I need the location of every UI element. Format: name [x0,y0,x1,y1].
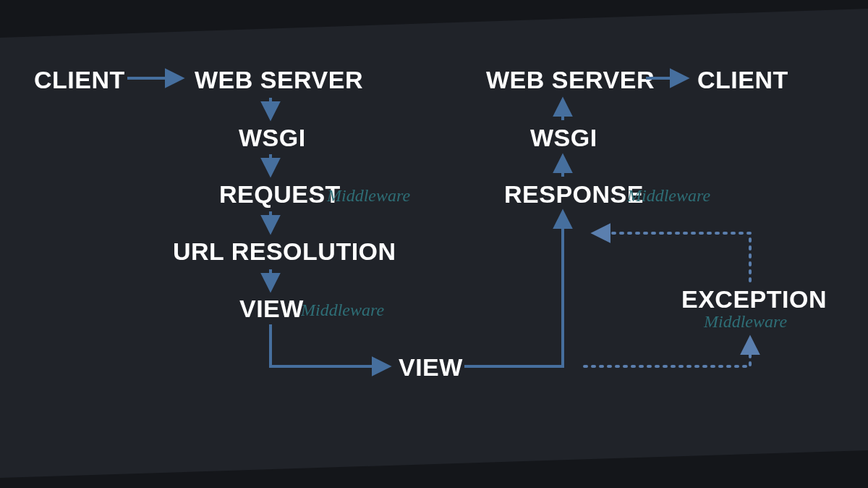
arrow-exception-to-response [595,233,750,281]
middleware-exception: Middleware [704,313,787,330]
svg-marker-0 [0,0,868,38]
middleware-request: Middleware [327,187,410,204]
node-view-mw: VIEW [239,296,304,321]
node-web-server-left: WEB SERVER [195,67,363,92]
arrow-view-to-exception [584,339,750,366]
node-request: REQUEST [219,182,341,206]
node-view-center: VIEW [399,355,463,379]
node-web-server-right: WEB SERVER [486,67,655,92]
svg-marker-1 [0,450,868,488]
middleware-response: Middleware [627,187,710,204]
node-client-right: CLIENT [697,67,788,92]
node-client-left: CLIENT [34,67,125,92]
node-url-resolution: URL RESOLUTION [173,239,396,264]
slide: CLIENT WEB SERVER WSGI REQUEST Middlewar… [0,0,868,488]
arrow-view-to-response [464,213,563,366]
node-exception: EXCEPTION [681,287,827,311]
node-wsgi-right: WSGI [530,125,597,150]
middleware-view: Middleware [301,301,384,319]
node-wsgi-left: WSGI [239,125,306,150]
node-response: RESPONSE [504,182,644,206]
arrow-viewmw-to-view [271,324,388,366]
